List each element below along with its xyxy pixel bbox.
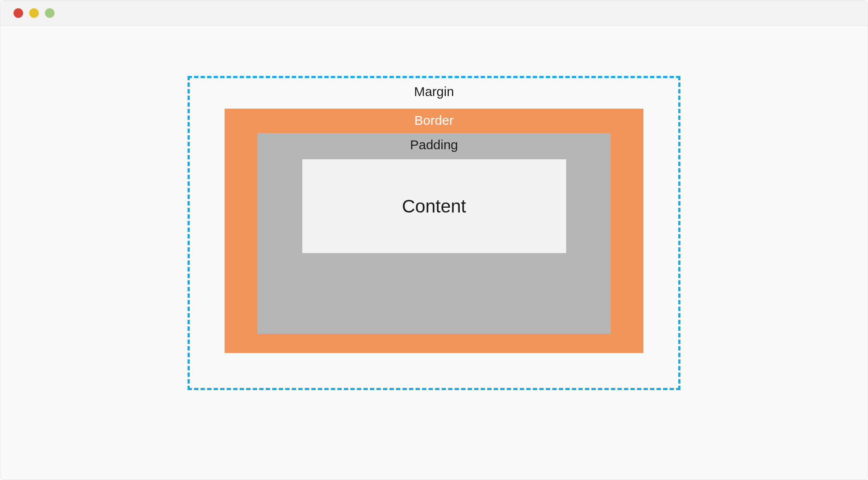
content-area: Margin Border Padding Content xyxy=(0,26,868,480)
maximize-icon[interactable] xyxy=(45,8,55,18)
close-icon[interactable] xyxy=(14,8,23,18)
padding-box: Padding Content xyxy=(257,133,611,334)
content-label: Content xyxy=(402,196,466,217)
margin-box: Margin Border Padding Content xyxy=(188,76,680,390)
margin-label: Margin xyxy=(414,84,454,99)
padding-label: Padding xyxy=(410,137,458,152)
window-frame: Margin Border Padding Content xyxy=(0,0,868,480)
border-box: Border Padding Content xyxy=(225,109,643,353)
titlebar xyxy=(0,0,868,26)
content-box: Content xyxy=(302,159,566,253)
box-model-diagram: Margin Border Padding Content xyxy=(188,76,680,390)
minimize-icon[interactable] xyxy=(29,8,39,18)
border-label: Border xyxy=(414,113,454,128)
